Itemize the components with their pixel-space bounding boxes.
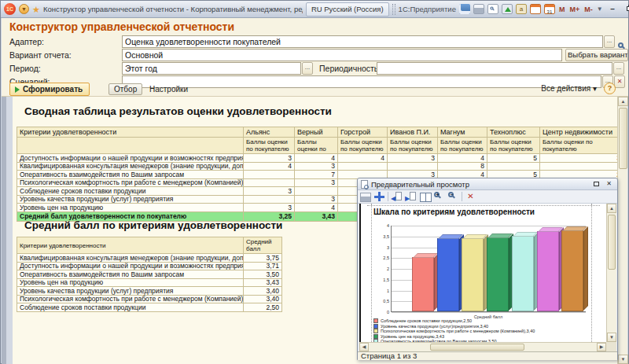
score-subheader: Баллы оценки по покупателю: [388, 138, 437, 153]
system-menu-icon[interactable]: ▼: [19, 4, 29, 14]
score-cell: 7: [295, 171, 337, 178]
window-title: Конструктор управленческой отчетности - …: [43, 5, 303, 13]
score-cell: 5: [487, 154, 539, 162]
print-preview-window: Предварительный просмотр ✕ ◀ ▶ + − ✕ Шка…: [357, 178, 618, 360]
score-cell: [540, 163, 619, 171]
bar-6: [537, 231, 559, 311]
criteria-subheader: [17, 138, 243, 153]
bar-7: [561, 230, 583, 311]
score-cell: 8: [438, 163, 487, 171]
zoom-out-icon[interactable]: −: [447, 191, 459, 202]
periodicity-choose-button[interactable]: ...: [613, 62, 624, 75]
score-subheader: Баллы оценки по покупателю: [487, 138, 539, 153]
main-vertical-scrollbar[interactable]: ▲ ▼: [617, 97, 627, 364]
toolbar-overflow-icon[interactable]: ▼: [597, 6, 603, 13]
print-icon[interactable]: [473, 4, 484, 14]
period-choose-button[interactable]: ...: [302, 62, 313, 75]
criterion-label: Оперативность взаимодействия по Вашим за…: [17, 270, 243, 278]
scroll-thumb[interactable]: [430, 344, 524, 351]
language-indicator[interactable]: RU Русский (Россия): [306, 2, 389, 17]
scroll-up-icon[interactable]: ▲: [607, 204, 616, 213]
y-axis-tick: 1: [387, 289, 389, 293]
preview-status-bar: Страница 1 из 3: [358, 351, 617, 360]
criterion-label: Соблюдение сроков поставки продукции: [17, 187, 243, 195]
magnifier-icon: [490, 6, 493, 9]
legend-label: Уровень цен на продукцию,3,43: [381, 334, 444, 339]
score-cell: 4: [244, 163, 294, 171]
bar-1: [412, 257, 434, 311]
score-cell: 3: [295, 163, 337, 171]
legend-label: Психологическая комфортность при работе …: [381, 329, 535, 333]
preview-close-button[interactable]: ✕: [604, 180, 614, 189]
score-cell: [244, 179, 294, 187]
scroll-down-icon[interactable]: ▼: [607, 333, 616, 342]
save-icon[interactable]: [459, 4, 470, 14]
all-actions-button[interactable]: Все действия ▾: [541, 84, 597, 93]
scroll-up-icon[interactable]: ▲: [618, 97, 628, 106]
next-page-icon[interactable]: ▶: [405, 191, 417, 202]
scroll-left-icon[interactable]: ◀: [359, 343, 369, 351]
archive-icon[interactable]: а: [516, 4, 527, 14]
filter-button[interactable]: Отбор: [109, 83, 142, 95]
restore-button[interactable]: [623, 4, 629, 15]
choose-variant-button[interactable]: Выбрать вариант...: [565, 49, 628, 61]
period-input[interactable]: [122, 62, 301, 75]
gridline: [392, 312, 586, 313]
criterion-label: Доступность информации о нашей продукции…: [17, 263, 243, 270]
criterion-label: Квалифицированная консультация менеджеро…: [17, 254, 243, 262]
bar-3: [462, 238, 484, 312]
preview-exit-icon[interactable]: ✕: [465, 191, 476, 202]
export-icon[interactable]: [502, 4, 513, 14]
preview-print-icon[interactable]: [360, 193, 371, 202]
scroll-thumb[interactable]: [619, 108, 627, 169]
score-cell: 4: [438, 154, 487, 162]
zoom-in-icon[interactable]: +: [433, 191, 445, 202]
generate-button[interactable]: Сформировать: [9, 83, 90, 96]
calendar-31-icon[interactable]: 31: [544, 4, 555, 14]
scroll-right-icon[interactable]: ▶: [597, 343, 606, 351]
memory-plus-button[interactable]: M+: [568, 6, 580, 13]
scroll-down-icon[interactable]: ▼: [618, 355, 628, 364]
generate-button-label: Сформировать: [23, 83, 83, 95]
print-preview-icon[interactable]: [487, 4, 498, 14]
scroll-thumb[interactable]: [608, 215, 616, 270]
customer-header: Магнум: [438, 127, 487, 137]
help-button[interactable]: ?: [604, 83, 616, 94]
score-subheader: Баллы оценки по покупателю: [295, 138, 337, 153]
total-score-cell: 3,43: [295, 212, 337, 221]
variant-input[interactable]: [122, 49, 562, 61]
legend-swatch: [373, 329, 378, 333]
preview-maximize-button[interactable]: [591, 180, 601, 189]
memory-button[interactable]: M: [558, 6, 566, 13]
criteria-header: Критерии удовлетворенности: [17, 127, 243, 137]
score-cell: 3: [244, 154, 294, 162]
app-logo-icon[interactable]: 1С: [4, 3, 16, 15]
adapter-choose-button[interactable]: ...: [604, 35, 615, 48]
preview-horizontal-scrollbar[interactable]: ◀ ▶: [359, 342, 606, 351]
toolbar-grip: [392, 4, 395, 15]
adapter-input[interactable]: [122, 35, 603, 48]
criterion-label: Соблюдение сроков поставки продукции: [17, 303, 243, 311]
y-axis-tick: 3,5: [383, 234, 389, 239]
average-cell: 3,75: [244, 254, 281, 262]
minimize-button[interactable]: –: [606, 4, 620, 15]
previous-page-icon[interactable]: ◀: [391, 191, 403, 202]
preview-vertical-scrollbar[interactable]: ▲ ▼: [606, 204, 616, 342]
preview-title-bar[interactable]: Предварительный просмотр ✕: [358, 178, 617, 190]
memory-minus-button[interactable]: M-: [583, 6, 594, 13]
y-axis-tick: 4: [387, 223, 389, 228]
title-bar: 1С ▼ ★ Конструктор управленческой отчетн…: [1, 1, 628, 18]
two-page-view-icon[interactable]: [419, 191, 431, 202]
settings-button[interactable]: Настройки: [146, 83, 191, 95]
pan-tool-icon[interactable]: [373, 191, 385, 202]
calendar-icon[interactable]: [530, 4, 541, 14]
favorites-star-icon[interactable]: ★: [32, 2, 40, 17]
variant-label: Вариант отчета:: [9, 49, 72, 61]
average-cell: 2,50: [244, 303, 281, 311]
app-window: 1С ▼ ★ Конструктор управленческой отчетн…: [0, 0, 629, 364]
bar-side-face: [583, 226, 588, 311]
adapter-search-button[interactable]: [616, 35, 628, 48]
splitter[interactable]: [6, 97, 13, 364]
score-subheader: Баллы оценки по покупателю: [438, 138, 487, 153]
periodicity-input[interactable]: [377, 62, 612, 75]
